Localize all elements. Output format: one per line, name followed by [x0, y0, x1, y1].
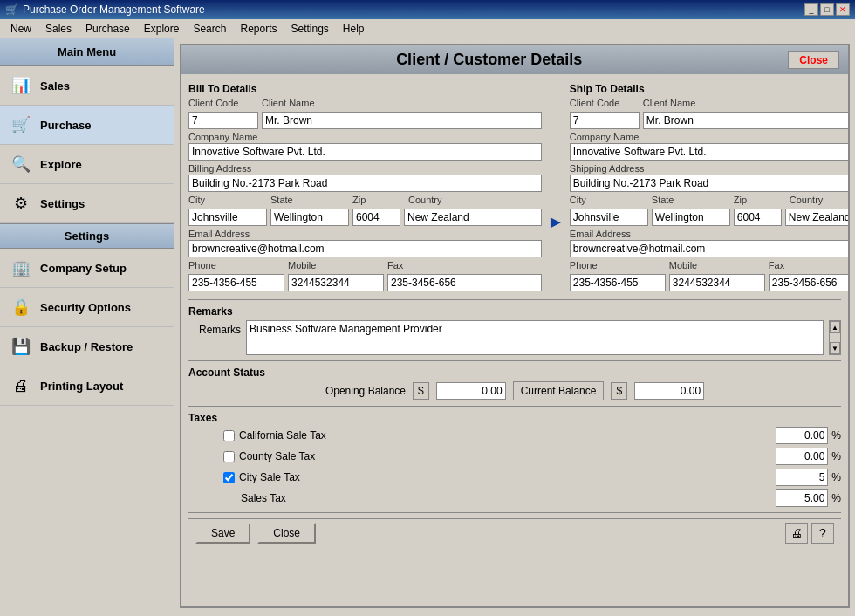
bill-zip-input[interactable]	[352, 209, 400, 226]
ship-company-name-input[interactable]	[570, 143, 848, 161]
california-tax-input[interactable]	[776, 427, 828, 444]
county-tax-input[interactable]	[776, 448, 828, 465]
bill-email-input[interactable]	[188, 240, 542, 257]
sidebar-backup-label: Backup / Restore	[40, 340, 133, 353]
bill-to-column: Bill To Details Client Code Client Name	[188, 79, 542, 294]
sidebar-item-backup-restore[interactable]: 💾 Backup / Restore	[0, 327, 174, 366]
menu-bar: New Sales Purchase Explore Search Report…	[0, 19, 855, 38]
maximize-button[interactable]: □	[820, 3, 834, 16]
bill-address-input[interactable]	[188, 175, 542, 192]
sales-tax-input[interactable]	[776, 489, 828, 507]
bill-contact-values	[188, 274, 542, 291]
city-tax-row: City Sale Tax %	[188, 469, 841, 486]
menu-help[interactable]: Help	[336, 21, 372, 37]
county-tax-checkbox[interactable]	[223, 451, 235, 462]
bill-fax-input[interactable]	[387, 274, 542, 291]
bottom-bar: Save Close 🖨 ?	[188, 518, 841, 547]
title-bar: 🛒 Purchase Order Management Software _ □…	[0, 0, 855, 19]
opening-balance-label: Opening Balance	[325, 385, 406, 397]
opening-balance-input[interactable]	[436, 382, 506, 400]
menu-search[interactable]: Search	[186, 21, 233, 37]
ship-zip-input[interactable]	[734, 209, 782, 226]
bill-client-name-input[interactable]	[262, 112, 542, 129]
ship-city-input[interactable]	[570, 209, 648, 226]
menu-settings[interactable]: Settings	[284, 21, 336, 37]
scroll-down-btn[interactable]: ▼	[830, 342, 840, 354]
ship-phone-input[interactable]	[570, 274, 666, 291]
bill-city-input[interactable]	[188, 209, 267, 226]
close-button[interactable]: Close	[257, 523, 316, 544]
main-layout: Main Menu 📊 Sales 🛒 Purchase 🔍 Explore ⚙…	[0, 38, 855, 616]
bill-to-label: Bill To Details	[188, 83, 542, 95]
ship-fax-label: Fax	[769, 260, 848, 270]
bill-address-label: Billing Address	[188, 163, 542, 174]
sales-icon: 📊	[9, 73, 33, 98]
ship-address-input[interactable]	[570, 175, 848, 192]
ship-state-label: State	[652, 195, 730, 205]
sidebar-item-purchase[interactable]: 🛒 Purchase	[0, 106, 174, 145]
settings-section-title: Settings	[0, 223, 174, 249]
ship-client-code-input[interactable]	[570, 112, 640, 129]
sidebar: Main Menu 📊 Sales 🛒 Purchase 🔍 Explore ⚙…	[0, 38, 174, 616]
sidebar-item-security-options[interactable]: 🔒 Security Options	[0, 288, 174, 327]
sidebar-item-explore[interactable]: 🔍 Explore	[0, 145, 174, 184]
client-panel: Client / Customer Details Close Bill To …	[180, 44, 850, 608]
current-balance-button[interactable]: Current Balance	[513, 381, 605, 400]
scroll-up-btn[interactable]: ▲	[830, 321, 840, 333]
ship-email-input[interactable]	[570, 240, 848, 257]
arrow-connector: ►	[547, 149, 564, 294]
menu-reports[interactable]: Reports	[233, 21, 284, 37]
ship-location-labels: City State Zip Country	[570, 195, 848, 206]
sidebar-sales-label: Sales	[40, 79, 70, 92]
current-currency-symbol: $	[611, 382, 627, 400]
close-window-button[interactable]: ✕	[836, 3, 850, 16]
bill-company-name-input[interactable]	[188, 143, 542, 161]
sidebar-item-sales[interactable]: 📊 Sales	[0, 66, 174, 106]
ship-mobile-label: Mobile	[669, 260, 765, 270]
bill-mobile-input[interactable]	[288, 274, 384, 291]
ship-fax-input[interactable]	[769, 274, 848, 291]
sidebar-item-settings[interactable]: ⚙ Settings	[0, 184, 174, 223]
sidebar-item-printing-layout[interactable]: 🖨 Printing Layout	[0, 366, 174, 406]
current-balance-input[interactable]	[634, 382, 704, 400]
california-tax-row: California Sale Tax %	[188, 427, 841, 444]
bill-email-row	[188, 240, 542, 257]
ship-email-row	[570, 240, 848, 257]
remarks-textarea[interactable]: Business Software Management Provider	[246, 320, 824, 355]
header-close-button[interactable]: Close	[788, 51, 839, 69]
main-menu-title: Main Menu	[0, 38, 174, 66]
menu-purchase[interactable]: Purchase	[79, 21, 137, 37]
divider-2	[188, 360, 841, 361]
ship-client-code-label: Client Code	[570, 98, 640, 108]
ship-client-name-input[interactable]	[643, 112, 848, 129]
menu-sales[interactable]: Sales	[38, 21, 79, 37]
city-tax-checkbox[interactable]	[223, 472, 235, 483]
sales-tax-label: Sales Tax	[241, 492, 372, 504]
bill-country-input[interactable]	[404, 209, 542, 226]
save-button[interactable]: Save	[195, 523, 250, 544]
menu-explore[interactable]: Explore	[137, 21, 187, 37]
purchase-icon: 🛒	[9, 113, 33, 137]
client-header: Client / Customer Details Close	[181, 45, 848, 74]
window-controls: _ □ ✕	[804, 3, 850, 16]
california-tax-checkbox[interactable]	[223, 430, 235, 441]
print-button[interactable]: 🖨	[785, 523, 808, 544]
bill-client-code-input[interactable]	[188, 112, 258, 129]
ship-country-input[interactable]	[785, 209, 848, 226]
city-tax-input[interactable]	[776, 469, 828, 486]
divider-3	[188, 406, 841, 407]
sidebar-security-label: Security Options	[40, 301, 131, 314]
ship-mobile-input[interactable]	[669, 274, 765, 291]
ship-address-row	[570, 175, 848, 192]
ship-email-label: Email Address	[570, 229, 848, 239]
bill-phone-input[interactable]	[188, 274, 284, 291]
help-button[interactable]: ?	[811, 523, 834, 544]
county-tax-row: County Sale Tax %	[188, 448, 841, 465]
menu-new[interactable]: New	[3, 21, 38, 37]
sidebar-item-company-setup[interactable]: 🏢 Company Setup	[0, 249, 174, 288]
ship-state-input[interactable]	[652, 209, 730, 226]
california-tax-label: California Sale Tax	[239, 429, 370, 441]
bill-state-input[interactable]	[270, 209, 349, 226]
minimize-button[interactable]: _	[804, 3, 818, 16]
bill-contact-labels: Phone Mobile Fax	[188, 260, 542, 271]
